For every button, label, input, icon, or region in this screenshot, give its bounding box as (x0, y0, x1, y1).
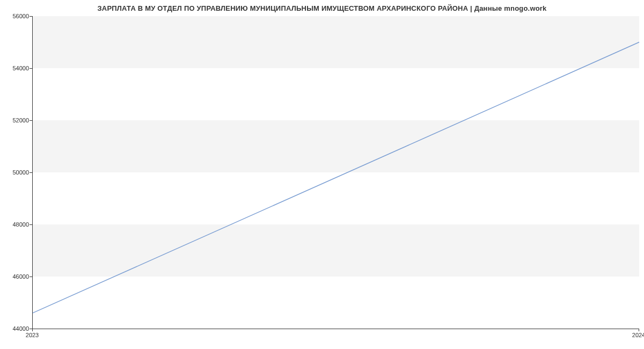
y-tick-label: 56000 (2, 13, 29, 19)
y-tick-label: 44000 (2, 325, 29, 332)
y-tick-label: 46000 (2, 273, 29, 280)
plot-area (32, 16, 639, 329)
y-tick-label: 48000 (2, 221, 29, 228)
y-tick-label: 54000 (2, 65, 29, 71)
series-line (33, 42, 639, 313)
y-tick-label: 52000 (2, 117, 29, 123)
line-layer (33, 16, 639, 329)
chart-title: ЗАРПЛАТА В МУ ОТДЕЛ ПО УПРАВЛЕНИЮ МУНИЦИ… (0, 4, 644, 12)
y-tick-label: 50000 (2, 169, 29, 176)
x-tick-label: 2023 (26, 332, 39, 338)
chart-container: ЗАРПЛАТА В МУ ОТДЕЛ ПО УПРАВЛЕНИЮ МУНИЦИ… (0, 0, 644, 349)
x-tick-label: 2024 (632, 332, 644, 338)
